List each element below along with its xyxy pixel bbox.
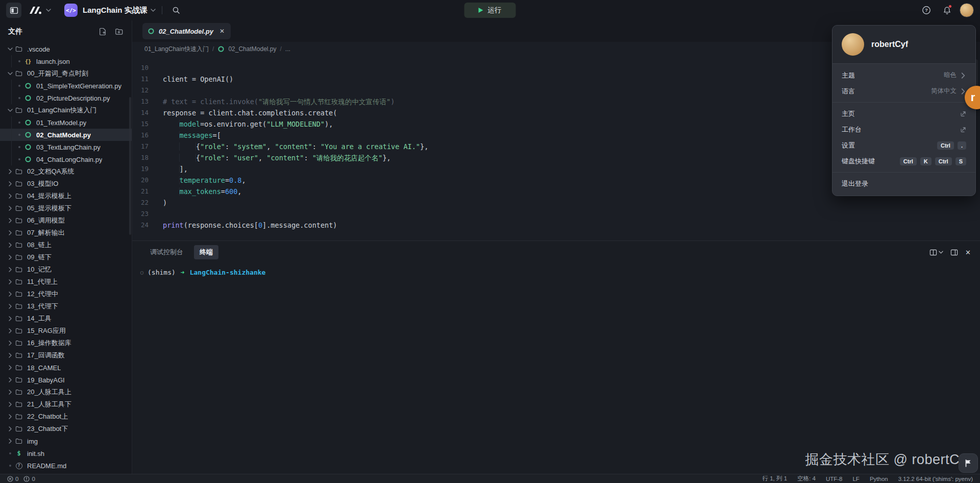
chevron-right-icon[interactable] bbox=[6, 267, 14, 272]
terminal-prompt-line[interactable]: ○ (shims) ➜ LangChain-shizhanke bbox=[132, 263, 980, 276]
chevron-right-icon[interactable] bbox=[6, 365, 14, 370]
chevron-right-icon[interactable] bbox=[6, 304, 14, 309]
new-folder-button[interactable] bbox=[113, 26, 125, 37]
breadcrumb-folder[interactable]: 01_LangChain快速入门 bbox=[144, 45, 209, 54]
tree-folder-18_CAMEL[interactable]: 18_CAMEL bbox=[0, 361, 132, 374]
status-segment-2[interactable]: UTF-8 bbox=[826, 476, 843, 482]
tree-folder-.vscode[interactable]: .vscode bbox=[0, 43, 132, 55]
tree-folder-23_Chatbot下[interactable]: 23_Chatbot下 bbox=[0, 423, 132, 435]
run-button[interactable]: 运行 bbox=[464, 3, 516, 18]
tree-file-02_ChatModel.py[interactable]: 02_ChatModel.py bbox=[0, 129, 132, 141]
sidebar-toggle-button[interactable] bbox=[6, 3, 21, 18]
tree-folder-07_解析输出[interactable]: 07_解析输出 bbox=[0, 227, 132, 239]
chevron-right-icon[interactable] bbox=[6, 292, 14, 297]
chevron-down-icon[interactable] bbox=[6, 108, 14, 113]
chevron-right-icon[interactable] bbox=[6, 279, 14, 284]
chevron-down-icon[interactable] bbox=[6, 71, 14, 76]
close-panel-icon[interactable]: ✕ bbox=[965, 249, 971, 256]
chevron-right-icon[interactable] bbox=[6, 377, 14, 382]
menu-item-主页[interactable]: 主页 bbox=[832, 106, 975, 122]
tree-folder-08_链上[interactable]: 08_链上 bbox=[0, 239, 132, 251]
status-segment-3[interactable]: LF bbox=[852, 476, 859, 482]
tree-folder-00_开篇词_奇点时刻[interactable]: 00_开篇词_奇点时刻 bbox=[0, 67, 132, 80]
chevron-right-icon[interactable] bbox=[6, 194, 14, 199]
chevron-right-icon[interactable] bbox=[6, 218, 14, 223]
tree-folder-19_BabyAGI[interactable]: 19_BabyAGI bbox=[0, 374, 132, 386]
chevron-right-icon[interactable] bbox=[6, 243, 14, 248]
tree-folder-15_RAG应用[interactable]: 15_RAG应用 bbox=[0, 325, 132, 337]
chevron-right-icon[interactable] bbox=[6, 390, 14, 395]
tree-folder-img[interactable]: img bbox=[0, 435, 132, 447]
chevron-down-icon[interactable] bbox=[6, 46, 14, 52]
user-avatar[interactable] bbox=[960, 3, 974, 17]
menu-item-设置[interactable]: 设置Ctrl. bbox=[832, 137, 975, 153]
split-terminal-button[interactable] bbox=[929, 249, 943, 256]
help-button[interactable]: ? bbox=[919, 3, 934, 18]
new-file-button[interactable] bbox=[97, 26, 108, 37]
problems-warnings[interactable]: 0 bbox=[23, 476, 35, 482]
chevron-right-icon[interactable] bbox=[6, 255, 14, 260]
tab-terminal[interactable]: 终端 bbox=[194, 245, 218, 259]
tree-folder-20_人脉工具上[interactable]: 20_人脉工具上 bbox=[0, 386, 132, 398]
chevron-right-icon[interactable] bbox=[6, 328, 14, 333]
chevron-right-icon[interactable] bbox=[6, 206, 14, 211]
chevron-right-icon[interactable] bbox=[6, 169, 14, 174]
status-segment-0[interactable]: 行 1, 列 1 bbox=[763, 475, 788, 482]
ide-window: { "top_bar": { "workspace_title": "LangC… bbox=[0, 0, 980, 483]
editor-tab-02-chatmodel[interactable]: 02_ChatModel.py ✕ bbox=[142, 23, 231, 39]
chevron-right-icon[interactable] bbox=[6, 353, 14, 358]
tree-file-launch.json[interactable]: {}launch.json bbox=[0, 55, 132, 67]
menu-item-退出登录[interactable]: 退出登录 bbox=[832, 176, 975, 191]
chevron-right-icon[interactable] bbox=[6, 414, 14, 419]
tree-file-init.sh[interactable]: $init.sh bbox=[0, 447, 132, 460]
tree-folder-01_LangChain快速入门[interactable]: 01_LangChain快速入门 bbox=[0, 104, 132, 116]
tree-folder-05_提示模板下[interactable]: 05_提示模板下 bbox=[0, 202, 132, 214]
chevron-right-icon[interactable] bbox=[6, 426, 14, 431]
tab-debug-console[interactable]: 调试控制台 bbox=[144, 245, 189, 259]
status-segment-5[interactable]: 3.12.2 64-bit ('shims': pyenv) bbox=[898, 476, 973, 482]
chevron-right-icon[interactable] bbox=[6, 439, 14, 444]
chevron-right-icon[interactable] bbox=[6, 402, 14, 407]
tree-folder-14_工具[interactable]: 14_工具 bbox=[0, 312, 132, 325]
tab-close-icon[interactable]: ✕ bbox=[219, 28, 225, 35]
tree-file-README.md[interactable]: ?README.md bbox=[0, 460, 132, 472]
search-button[interactable] bbox=[168, 3, 184, 18]
chevron-right-icon[interactable] bbox=[6, 316, 14, 321]
maximize-panel-button[interactable] bbox=[950, 249, 958, 256]
notifications-button[interactable] bbox=[939, 3, 954, 18]
tree-folder-21_人脉工具下[interactable]: 21_人脉工具下 bbox=[0, 398, 132, 410]
tree-folder-22_Chatbot上[interactable]: 22_Chatbot上 bbox=[0, 410, 132, 423]
tree-folder-11_代理上[interactable]: 11_代理上 bbox=[0, 276, 132, 288]
tree-folder-02_文档QA系统[interactable]: 02_文档QA系统 bbox=[0, 165, 132, 178]
app-logo[interactable] bbox=[28, 5, 51, 15]
problems-errors[interactable]: 0 bbox=[7, 476, 18, 482]
tree-folder-10_记忆[interactable]: 10_记忆 bbox=[0, 263, 132, 276]
menu-item-主题[interactable]: 主题暗色 bbox=[832, 67, 975, 83]
sidebar-scrollbar[interactable] bbox=[129, 97, 131, 235]
workspace-switcher[interactable]: </> LangChain 实战课 bbox=[64, 4, 156, 17]
feedback-button[interactable] bbox=[959, 453, 978, 473]
tree-file-01_TextModel.py[interactable]: 01_TextModel.py bbox=[0, 116, 132, 129]
tree-folder-09_链下[interactable]: 09_链下 bbox=[0, 251, 132, 263]
chevron-right-icon[interactable] bbox=[6, 181, 14, 186]
tree-folder-12_代理中[interactable]: 12_代理中 bbox=[0, 288, 132, 300]
tree-folder-06_调用模型[interactable]: 06_调用模型 bbox=[0, 214, 132, 227]
tree-file-01_SimpleTextGeneration.py[interactable]: 01_SimpleTextGeneration.py bbox=[0, 80, 132, 92]
tree-file-03_TextLangChain.py[interactable]: 03_TextLangChain.py bbox=[0, 141, 132, 153]
breadcrumb-file[interactable]: 02_ChatModel.py bbox=[228, 45, 276, 53]
tree-file-02_PictureDescription.py[interactable]: 02_PictureDescription.py bbox=[0, 92, 132, 104]
tree-file-04_ChatLongChain.py[interactable]: 04_ChatLongChain.py bbox=[0, 153, 132, 165]
status-segment-1[interactable]: 空格: 4 bbox=[797, 475, 816, 482]
menu-item-工作台[interactable]: 工作台 bbox=[832, 122, 975, 137]
menu-item-键盘快捷键[interactable]: 键盘快捷键CtrlKCtrlS bbox=[832, 153, 975, 169]
menu-item-语言[interactable]: 语言简体中文 bbox=[832, 83, 975, 99]
tree-folder-17_回调函数[interactable]: 17_回调函数 bbox=[0, 349, 132, 361]
tree-folder-13_代理下[interactable]: 13_代理下 bbox=[0, 300, 132, 312]
breadcrumb-more[interactable]: ... bbox=[285, 45, 290, 53]
chevron-right-icon[interactable] bbox=[6, 230, 14, 235]
tree-folder-03_模型IO[interactable]: 03_模型IO bbox=[0, 178, 132, 190]
chevron-right-icon[interactable] bbox=[6, 341, 14, 346]
tree-folder-04_提示模板上[interactable]: 04_提示模板上 bbox=[0, 190, 132, 202]
status-segment-4[interactable]: Python bbox=[870, 476, 888, 482]
tree-folder-16_操作数据库[interactable]: 16_操作数据库 bbox=[0, 337, 132, 349]
